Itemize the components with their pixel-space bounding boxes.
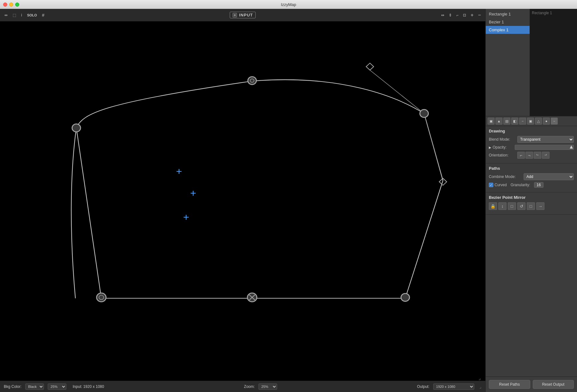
input-dimensions-label: Input: 1920 x 1080 [73, 384, 104, 389]
window-controls [3, 3, 19, 7]
shape-flag-btn[interactable]: ◧ [511, 118, 518, 125]
input-label: INPUT [239, 13, 253, 17]
combine-mode-label: Combine Mode: [489, 175, 524, 179]
anchor-top-center[interactable] [248, 77, 256, 85]
shape-rect2-btn[interactable]: ▣ [527, 118, 534, 125]
curved-checkbox[interactable]: ✓ [489, 183, 493, 187]
opacity-slider[interactable] [515, 145, 574, 150]
blend-mode-select[interactable]: Transparent Add Multiply Screen [517, 136, 574, 143]
mirror-square2-btn[interactable]: □ [527, 202, 535, 210]
minimize-button[interactable] [9, 3, 13, 7]
zoom-select[interactable]: 25% 10% 50% 100% [258, 383, 277, 390]
curved-label: Curved [495, 183, 507, 187]
combine-mode-select[interactable]: Add Subtract Intersect [524, 173, 574, 180]
orient-br-btn[interactable]: ⌐ [542, 152, 550, 159]
opacity-row: ▶ Opacity: [489, 145, 574, 150]
mirror-buttons: 🔒 ↕ □ ↺ □ → [489, 202, 574, 210]
layer-item-complex1[interactable]: Complex 1 [486, 26, 530, 34]
input-label-box: INPUT [230, 12, 256, 18]
mirror-lock-btn[interactable]: 🔒 [489, 202, 497, 210]
select-tool-btn[interactable]: ⬚ [11, 12, 17, 18]
cross-2: + [190, 188, 196, 199]
flip-h-btn[interactable]: ⇔ [440, 12, 446, 18]
left-curve [71, 128, 76, 298]
output-icon-btn[interactable]: ⊡ [462, 12, 467, 18]
bezier-mirror-section: Bezier Point Mirror 🔒 ↕ □ ↺ □ → [486, 193, 577, 215]
orientation-label: Orientation: [489, 153, 517, 157]
paths-title: Paths [489, 166, 574, 171]
bkg-color-label: Bkg Color: [4, 384, 21, 389]
resize-icon: ⌟ [478, 376, 481, 381]
granularity-value: 16 [534, 182, 544, 188]
anchor-top-right[interactable] [420, 109, 428, 117]
zoom-label: Zoom: [244, 384, 255, 389]
mirror-flipv-btn[interactable]: ↕ [498, 202, 507, 210]
toolbar-right: ⇔ ⇕ ⌐ ⊡ + − [440, 12, 482, 19]
shape-circle-btn[interactable]: ● [543, 118, 550, 125]
bkg-zoom-select-left[interactable]: 25% 10% 50% 100% [48, 383, 66, 390]
opacity-label: Opacity: [493, 145, 515, 150]
drawing-section: Drawing Blend Mode: Transparent Add Mult… [486, 126, 577, 163]
anchor-left[interactable] [72, 124, 81, 132]
opacity-triangle[interactable]: ▶ [489, 146, 491, 149]
shape-subtract-btn[interactable]: − [519, 118, 526, 125]
shape-triangle-btn[interactable]: ▲ [495, 118, 502, 125]
shape-toolbar: ▣ ▲ ▤ ◧ − ▣ △ ● − [486, 116, 577, 126]
reset-output-btn[interactable]: Reset Output [533, 380, 574, 389]
curved-row: ✓ Curved Granularity: 16 [489, 182, 574, 188]
move-tool-btn[interactable]: ⇔ [3, 12, 9, 18]
anchor-bottom-right[interactable] [401, 293, 410, 301]
shape-rect-btn[interactable]: ▣ [488, 118, 495, 125]
resize-grip: ⌟ [479, 384, 482, 389]
preview-panel: Rectangle 1 [530, 9, 577, 116]
final-shape [76, 80, 443, 298]
shape-remove-btn[interactable]: − [551, 118, 558, 125]
close-button[interactable] [3, 3, 7, 7]
layer-item-rect1[interactable]: Rectangle 1 [486, 10, 530, 18]
solo-btn[interactable]: SOLO [26, 13, 38, 18]
crop-btn[interactable]: ⌐ [455, 12, 460, 18]
info-btn[interactable]: i [20, 12, 23, 18]
canvas-svg: + + + ⌟ [0, 21, 485, 381]
cross-3: + [183, 212, 189, 223]
canvas-toolbar: ⇔ ⬚ i SOLO # INPUT ⇔ ⇕ ⌐ [0, 9, 485, 21]
opacity-slider-handle [570, 145, 573, 149]
mirror-arrow-btn[interactable]: → [536, 202, 544, 210]
bkg-color-select[interactable]: Black White Gray [25, 383, 44, 390]
titlebar: IzzyMap [0, 0, 577, 9]
drawing-title: Drawing [489, 129, 574, 133]
orient-bl-btn[interactable]: ⌐ [534, 152, 541, 159]
mirror-square-btn[interactable]: □ [508, 202, 516, 210]
hash-btn[interactable]: # [41, 12, 46, 18]
canvas-viewport[interactable]: + + + ⌟ [0, 21, 485, 381]
main-content: ⇔ ⬚ i SOLO # INPUT ⇔ ⇕ ⌐ [0, 9, 577, 392]
orient-tr-btn[interactable]: ⌐ [525, 152, 533, 159]
output-dimensions-select[interactable]: 1920 x 1080 1280 x 720 3840 x 2160 [433, 383, 474, 390]
input-indicator [233, 13, 237, 17]
reset-paths-btn[interactable]: Reset Paths [489, 380, 530, 389]
maximize-button[interactable] [15, 3, 19, 7]
shape-grid-btn[interactable]: ▤ [503, 118, 510, 125]
remove-btn[interactable]: − [477, 12, 482, 19]
blend-mode-row: Blend Mode: Transparent Add Multiply Scr… [489, 136, 574, 143]
combine-mode-row: Combine Mode: Add Subtract Intersect [489, 173, 574, 180]
add-btn[interactable]: + [469, 12, 475, 19]
window-title: IzzyMap [281, 2, 296, 7]
flip-v-btn[interactable]: ⇕ [447, 12, 453, 18]
mirror-rotate-btn[interactable]: ↺ [517, 202, 525, 210]
control-line-top [370, 70, 424, 113]
curved-checkbox-label[interactable]: ✓ Curved [489, 183, 507, 187]
cross-1: + [176, 166, 182, 177]
orient-tl-btn[interactable]: ⌐ [517, 152, 525, 159]
bezier-mirror-title: Bezier Point Mirror [489, 195, 574, 200]
anchor-bottom-left[interactable] [97, 293, 106, 302]
shape-triangle2-btn[interactable]: △ [535, 118, 542, 125]
status-bar: Bkg Color: Black White Gray 25% 10% 50% … [0, 381, 485, 392]
panel-top: Rectangle 1 Bezier 1 Complex 1 Rectangle… [486, 9, 577, 116]
toolbar-center: INPUT [48, 12, 438, 18]
preview-title: Rectangle 1 [530, 9, 577, 17]
granularity-label: Granularity: [511, 183, 530, 187]
layer-item-bezier1[interactable]: Bezier 1 [486, 18, 530, 26]
panel-bottom-buttons: Reset Paths Reset Output [486, 377, 577, 392]
input-dot [234, 14, 236, 16]
